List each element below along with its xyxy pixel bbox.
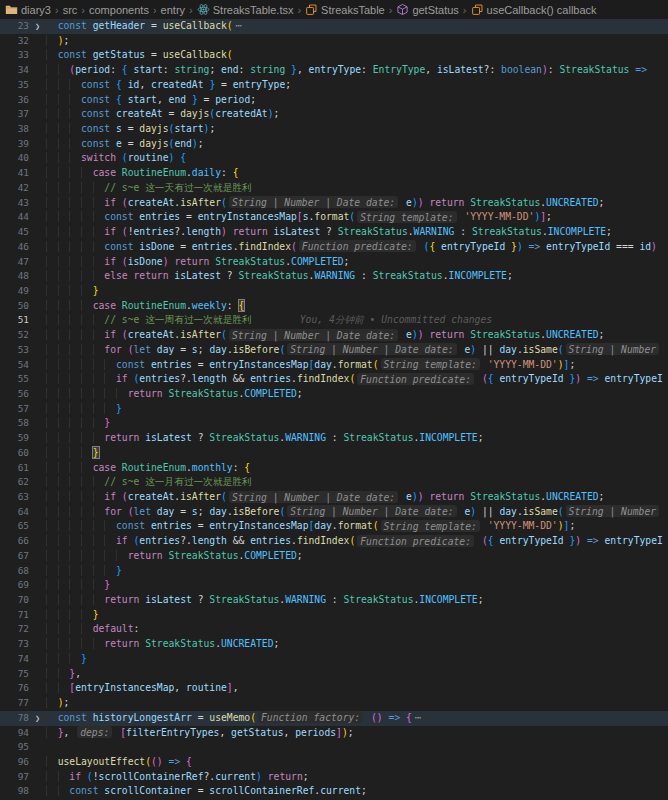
code-line-content[interactable]: (period: { start: string; end: string },…: [46, 63, 668, 78]
line-number[interactable]: 96: [0, 755, 29, 770]
line-number[interactable]: 44: [0, 210, 29, 225]
code-line-content[interactable]: const createAt = dayjs(createdAt);: [46, 107, 668, 122]
code-line-content[interactable]: }: [46, 652, 668, 667]
code-line-content[interactable]: [entryInstancesMap, routine],: [46, 681, 668, 696]
fold-collapsed-icon[interactable]: ❯: [29, 19, 46, 34]
breadcrumb-item[interactable]: diary3: [5, 3, 51, 16]
code-line-content[interactable]: if (entries?.length && entries.findIndex…: [46, 534, 668, 549]
code-line-content[interactable]: }: [46, 402, 668, 417]
line-number[interactable]: 34: [0, 63, 29, 78]
code-line-content[interactable]: if (createAt.isAfter(String | Number | D…: [46, 490, 668, 505]
code-line-content[interactable]: );: [46, 34, 668, 49]
code-line-content[interactable]: }: [46, 284, 668, 299]
code-line-content[interactable]: );: [46, 696, 668, 711]
line-number[interactable]: 40: [0, 151, 29, 166]
line-number[interactable]: 59: [0, 431, 29, 446]
line-number[interactable]: 94: [0, 726, 29, 741]
code-line-content[interactable]: const scrollContainer = scrollContainerR…: [46, 784, 668, 799]
code-line-content[interactable]: if (entries?.length && entries.findIndex…: [46, 372, 668, 387]
line-number[interactable]: 63: [0, 490, 29, 505]
code-line-content[interactable]: default:: [46, 622, 668, 637]
line-number[interactable]: 73: [0, 637, 29, 652]
code-line-content[interactable]: if (isDone) return StreakStatus.COMPLETE…: [46, 255, 668, 270]
code-line-content[interactable]: for (let day = s; day.isBefore(String | …: [46, 505, 668, 520]
code-line-content[interactable]: return StreakStatus.COMPLETED;: [46, 549, 668, 564]
line-number[interactable]: 53: [0, 343, 29, 358]
line-number[interactable]: 70: [0, 593, 29, 608]
line-number[interactable]: 41: [0, 166, 29, 181]
line-number[interactable]: 42: [0, 181, 29, 196]
code-line-content[interactable]: const getStatus = useCallback(: [46, 48, 668, 63]
line-number[interactable]: 64: [0, 505, 29, 520]
line-number[interactable]: 75: [0, 667, 29, 682]
fold-collapsed-icon[interactable]: ❯: [29, 711, 46, 726]
code-line-content[interactable]: const historyLongestArr = useMemo(Functi…: [46, 711, 668, 726]
code-line-content[interactable]: if (!entries?.length) return isLatest ? …: [46, 225, 668, 240]
code-line-content[interactable]: if (createAt.isAfter(String | Number | D…: [46, 196, 668, 211]
line-number[interactable]: 78: [0, 711, 29, 726]
line-number[interactable]: 43: [0, 196, 29, 211]
line-number[interactable]: 58: [0, 416, 29, 431]
line-number[interactable]: 54: [0, 358, 29, 373]
line-number[interactable]: 67: [0, 549, 29, 564]
breadcrumb-item[interactable]: getStatus: [396, 3, 458, 16]
line-number[interactable]: 32: [0, 34, 29, 49]
line-number[interactable]: 35: [0, 78, 29, 93]
line-number[interactable]: 69: [0, 578, 29, 593]
code-line-content[interactable]: case RoutineEnum.daily: {: [46, 166, 668, 181]
line-number[interactable]: 57: [0, 402, 29, 417]
code-line-content[interactable]: for (let day = s; day.isBefore(String | …: [46, 343, 668, 358]
breadcrumb-item[interactable]: useCallback() callback: [471, 3, 597, 16]
code-line-content[interactable]: }: [46, 416, 668, 431]
breadcrumb-item[interactable]: StreaksTable: [305, 3, 385, 16]
code-line-content[interactable]: case RoutineEnum.weekly: {: [46, 299, 668, 314]
code-line-content[interactable]: return isLatest ? StreakStatus.WARNING :…: [46, 431, 668, 446]
code-line-content[interactable]: const entries = entryInstancesMap[s.form…: [46, 210, 668, 225]
breadcrumb-item[interactable]: StreaksTable.tsx: [197, 3, 294, 16]
line-number[interactable]: 61: [0, 461, 29, 476]
code-line-content[interactable]: const getHeader = useCallback(⋯: [46, 19, 668, 34]
code-line-content[interactable]: else return isLatest ? StreakStatus.WARN…: [46, 269, 668, 284]
code-line-content[interactable]: return isLatest ? StreakStatus.WARNING :…: [46, 593, 668, 608]
code-line-content[interactable]: const { id, createdAt } = entryType;: [46, 78, 668, 93]
code-line-content[interactable]: const entries = entryInstancesMap[day.fo…: [46, 358, 668, 373]
code-line-content[interactable]: }: [46, 608, 668, 623]
line-number[interactable]: 65: [0, 519, 29, 534]
line-number[interactable]: 66: [0, 534, 29, 549]
line-number[interactable]: 56: [0, 387, 29, 402]
line-number[interactable]: 98: [0, 784, 29, 799]
code-line-content[interactable]: const isDone = entries.findIndex(Functio…: [46, 240, 668, 255]
code-line-content[interactable]: // s~e 这一周有过一次就是胜利You, 4分钟前 • Uncommitte…: [46, 313, 668, 328]
code-line-content[interactable]: // s~e 这一月有过一次就是胜利: [46, 475, 668, 490]
code-line-content[interactable]: // s~e 这一天有过一次就是胜利: [46, 181, 668, 196]
line-number[interactable]: 76: [0, 681, 29, 696]
code-line-content[interactable]: if (createAt.isAfter(String | Number | D…: [46, 328, 668, 343]
code-line-content[interactable]: }, deps: [filterEntryTypes, getStatus, p…: [46, 726, 668, 741]
breadcrumb-item[interactable]: entry: [161, 4, 185, 16]
line-number[interactable]: 95: [0, 740, 29, 755]
line-number[interactable]: 37: [0, 107, 29, 122]
line-number[interactable]: 74: [0, 652, 29, 667]
line-number[interactable]: 49: [0, 284, 29, 299]
breadcrumb-item[interactable]: components: [89, 4, 149, 16]
code-line-content[interactable]: const entries = entryInstancesMap[day.fo…: [46, 519, 668, 534]
line-number[interactable]: 33: [0, 48, 29, 63]
line-number[interactable]: 23: [0, 19, 29, 34]
line-number[interactable]: 77: [0, 696, 29, 711]
line-number[interactable]: 47: [0, 255, 29, 270]
code-line-content[interactable]: }: [46, 446, 668, 461]
line-number[interactable]: 46: [0, 240, 29, 255]
code-line-content[interactable]: },: [46, 667, 668, 682]
line-number[interactable]: 71: [0, 608, 29, 623]
line-number[interactable]: 48: [0, 269, 29, 284]
line-number[interactable]: 97: [0, 770, 29, 785]
code-line-content[interactable]: return StreakStatus.UNCREATED;: [46, 637, 668, 652]
line-number[interactable]: 52: [0, 328, 29, 343]
line-number[interactable]: 55: [0, 372, 29, 387]
code-line-content[interactable]: return StreakStatus.COMPLETED;: [46, 387, 668, 402]
code-line-content[interactable]: }: [46, 578, 668, 593]
code-line-content[interactable]: case RoutineEnum.monthly: {: [46, 461, 668, 476]
line-number[interactable]: 36: [0, 93, 29, 108]
code-line-content[interactable]: const s = dayjs(start);: [46, 122, 668, 137]
code-line-content[interactable]: [46, 740, 668, 755]
